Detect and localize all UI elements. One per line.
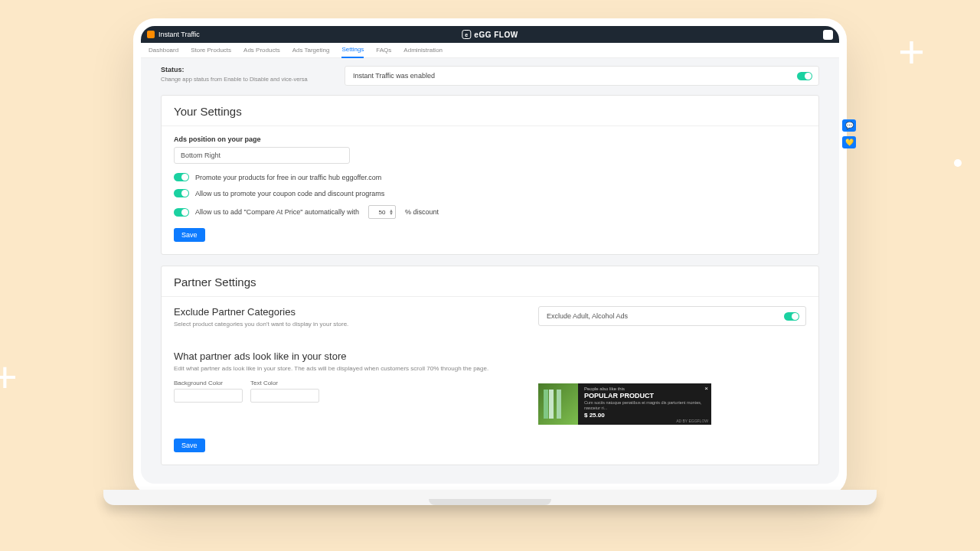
- promote-coupon-toggle[interactable]: [174, 189, 189, 197]
- ads-position-select[interactable]: Bottom Right: [174, 147, 350, 164]
- ads-position-label: Ads position on your page: [174, 135, 806, 143]
- ad-close-icon[interactable]: ×: [704, 385, 708, 392]
- nav-store-products[interactable]: Store Products: [191, 43, 231, 57]
- app-logo: e eGG FLOW: [462, 30, 518, 39]
- status-label: Status:: [161, 66, 329, 73]
- nav-faqs[interactable]: FAQs: [376, 43, 391, 57]
- status-banner-text: Instant Traffic was enabled: [353, 72, 435, 80]
- discount-value: 50: [379, 209, 386, 216]
- bg-plus-bl-icon: [0, 352, 18, 402]
- subnav: Dashboard Store Products Ads Products Ad…: [141, 43, 839, 58]
- text-color-label: Text Color: [250, 380, 319, 386]
- status-banner: Instant Traffic was enabled: [345, 66, 819, 86]
- nav-ads-products[interactable]: Ads Products: [243, 43, 280, 57]
- partner-settings-card: Partner Settings Exclude Partner Categor…: [161, 266, 819, 465]
- screen: Instant Traffic e eGG FLOW Dashboard Sto…: [141, 26, 839, 484]
- discount-input[interactable]: 50 ▲▼: [368, 205, 396, 219]
- ad-by: AD BY EGGFLOW: [676, 419, 708, 423]
- compare-price-row: Allow us to add "Compare At Price" autom…: [174, 205, 806, 219]
- ad-small-text: People also like this: [584, 386, 705, 391]
- brand-name: Instant Traffic: [158, 31, 200, 38]
- divider: [162, 296, 818, 297]
- text-color-input[interactable]: [250, 389, 319, 403]
- status-row: Status: Change app status from Enable to…: [161, 66, 819, 86]
- ads-position-value: Bottom Right: [181, 152, 220, 159]
- divider: [162, 126, 818, 126]
- exclude-select[interactable]: Exclude Adult, Alcohol Ads: [538, 306, 806, 326]
- ad-product-image: [538, 383, 578, 425]
- app-enable-toggle[interactable]: [797, 72, 812, 80]
- ad-preview: People also like this POPULAR PRODUCT Cu…: [538, 383, 711, 425]
- topbar: Instant Traffic e eGG FLOW: [141, 26, 839, 43]
- promote-coupon-row: Allow us to promote your coupon code and…: [174, 189, 806, 197]
- save-your-settings-button[interactable]: Save: [174, 228, 205, 242]
- spinner-icon[interactable]: ▲▼: [389, 209, 394, 215]
- look-sub: Edit what partner ads look like in your …: [174, 365, 806, 372]
- your-settings-card: Your Settings Ads position on your page …: [161, 95, 819, 255]
- save-partner-button[interactable]: Save: [174, 439, 205, 452]
- status-left: Status: Change app status from Enable to…: [161, 66, 329, 86]
- promote-hub-label: Promote your products for free in our tr…: [195, 174, 381, 181]
- laptop-notch: [429, 499, 551, 505]
- exclude-toggle[interactable]: [784, 312, 799, 321]
- your-settings-title: Your Settings: [174, 105, 806, 118]
- partner-title: Partner Settings: [174, 276, 806, 289]
- avatar[interactable]: [823, 30, 833, 40]
- page-body: Status: Change app status from Enable to…: [141, 58, 839, 484]
- bg-dot-icon: [954, 159, 962, 167]
- logo-text: eGG FLOW: [474, 31, 518, 39]
- nav-ads-targeting[interactable]: Ads Targeting: [292, 43, 330, 57]
- compare-price-pre: Allow us to add "Compare At Price" autom…: [195, 208, 359, 216]
- nav-dashboard[interactable]: Dashboard: [149, 43, 178, 57]
- promote-coupon-label: Allow us to promote your coupon code and…: [195, 190, 384, 197]
- bg-color-input[interactable]: [174, 389, 243, 403]
- ad-desc: Cum sociis natoque penatibus et magnis d…: [584, 400, 705, 410]
- exclude-value: Exclude Adult, Alcohol Ads: [547, 312, 628, 320]
- bg-plus-icon: [898, 29, 925, 75]
- ad-title: POPULAR PRODUCT: [584, 392, 705, 399]
- look-title: What partner ads look like in your store: [174, 350, 806, 362]
- exclude-title: Exclude Partner Categories: [174, 306, 515, 318]
- compare-price-toggle[interactable]: [174, 208, 189, 217]
- compare-price-post: % discount: [405, 208, 439, 216]
- brand-icon: [147, 31, 155, 38]
- nav-settings[interactable]: Settings: [341, 42, 364, 58]
- exclude-sub: Select product categories you don't want…: [174, 321, 515, 328]
- nav-administration[interactable]: Administration: [403, 43, 443, 57]
- promote-hub-row: Promote your products for free in our tr…: [174, 173, 806, 181]
- promote-hub-toggle[interactable]: [174, 173, 189, 181]
- logo-mark-icon: e: [462, 30, 471, 39]
- bg-color-label: Background Color: [174, 380, 243, 386]
- laptop-frame: Instant Traffic e eGG FLOW Dashboard Sto…: [133, 18, 847, 496]
- status-sub: Change app status from Enable to Disable…: [161, 76, 329, 83]
- ad-price: $ 25.00: [584, 412, 705, 419]
